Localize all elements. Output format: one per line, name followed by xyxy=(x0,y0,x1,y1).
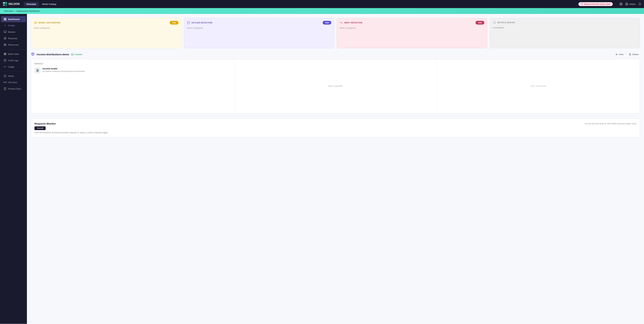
svg-rect-3 xyxy=(5,4,7,6)
svg-rect-12 xyxy=(5,18,6,19)
pipeline-col-default: Default 🏦 income-model gs://seldon-model… xyxy=(31,59,234,113)
svg-rect-15 xyxy=(4,31,6,32)
usage-icon xyxy=(4,65,6,68)
sidebar-label-product-docs: Product Docs xyxy=(8,87,21,90)
outlier-detection-none: None configured xyxy=(187,27,203,29)
sidebar-item-resources[interactable]: Resources xyxy=(1,42,26,48)
model-emoji-icon: 🏦 xyxy=(36,68,39,72)
sidebar-item-product-docs[interactable]: Product Docs xyxy=(1,86,26,92)
sidebar-item-api-docs[interactable]: HTTP API Docs xyxy=(1,79,26,85)
bell-icon[interactable] xyxy=(638,2,641,5)
sidebar-label-requests: Requests xyxy=(8,37,17,40)
breadcrumb-overview[interactable]: Overview xyxy=(4,10,13,12)
sidebar-divider-1 xyxy=(2,49,25,49)
sidebar-item-requests[interactable]: Requests xyxy=(1,35,26,41)
sidebar: Dashboard + Predict Monitor Requests Res… xyxy=(0,14,27,324)
sidebar-label-resources: Resources xyxy=(8,43,18,46)
batch-icon xyxy=(4,53,6,55)
sidebar-label-monitor: Monitor xyxy=(8,31,15,33)
sidebar-item-usage[interactable]: Usage xyxy=(1,64,26,70)
tab-model-catalog[interactable]: Model Catalog xyxy=(40,2,59,6)
sidebar-item-batch-jobs[interactable]: Batch Jobs xyxy=(1,51,26,57)
api-icon: HTTP xyxy=(4,81,6,84)
main-content: MODEL EXPLANATION Add None configured OU… xyxy=(27,14,644,324)
model-path: gs://seldon-models/scv2/examples/income/… xyxy=(42,70,85,72)
deployment-actions: View Delete xyxy=(614,52,640,56)
card-title-drift-detection: DRIFT DETECTION xyxy=(344,22,362,24)
pipeline-col-shadow: ADD SHADOW xyxy=(437,59,640,113)
svg-point-30 xyxy=(33,53,34,54)
model-card: 🏦 income-model gs://seldon-models/scv2/e… xyxy=(34,67,230,73)
card-model-explanation: MODEL EXPLANATION Add None configured xyxy=(31,18,181,48)
model-name: income-model xyxy=(42,67,85,70)
svg-rect-13 xyxy=(4,19,5,20)
view-button[interactable]: View xyxy=(614,52,625,56)
pipeline-col-canary: ADD CANARY xyxy=(234,59,437,113)
about-icon: i xyxy=(4,75,6,77)
add-model-explanation-button[interactable]: Add xyxy=(170,21,178,24)
sidebar-label-dashboard: Dashboard xyxy=(8,18,20,20)
docs-icon xyxy=(4,87,6,90)
top-nav-tabs: Overview Model Catalog xyxy=(24,2,59,6)
sidebar-item-audit-logs[interactable]: Audit Logs xyxy=(1,57,26,63)
warning-icon: ! xyxy=(581,3,583,5)
add-outlier-detection-button[interactable]: Add xyxy=(323,21,331,24)
top-nav-right: seldon xyxy=(620,2,641,5)
check-circle-icon xyxy=(71,53,74,56)
license-badge[interactable]: ! Beyond license expiry date xyxy=(578,2,612,6)
svg-point-10 xyxy=(626,3,627,4)
card-title-metrics-server: METRICS SERVER xyxy=(498,21,515,23)
pipeline-icon xyxy=(31,52,35,56)
delete-button[interactable]: Delete xyxy=(628,52,640,56)
monitor-header: Requests Monitor Tue Nov 08 2022 08:40:4… xyxy=(34,122,636,125)
audit-icon xyxy=(4,59,6,62)
add-canary-button[interactable]: ADD CANARY xyxy=(238,63,434,110)
pipeline-grid: Default 🏦 income-model gs://seldon-model… xyxy=(31,59,640,113)
svg-rect-21 xyxy=(4,54,6,55)
requests-icon xyxy=(4,37,6,40)
user-name: seldon xyxy=(629,3,636,5)
drift-icon xyxy=(340,21,343,24)
metrics-server-unavailable: Unavailable xyxy=(493,26,504,29)
sidebar-item-about[interactable]: i About xyxy=(1,73,26,79)
model-icon: 🏦 xyxy=(34,67,40,73)
overall-button[interactable]: Overall xyxy=(34,126,46,130)
sidebar-label-audit-logs: Audit Logs xyxy=(8,59,18,62)
star-icon xyxy=(34,21,37,24)
top-nav: SELDON Overview Model Catalog ! Beyond l… xyxy=(0,0,644,8)
sidebar-label-predict: Predict xyxy=(8,24,15,27)
breadcrumb-separator: / xyxy=(14,10,15,12)
svg-text:!: ! xyxy=(582,3,582,5)
user-info: seldon xyxy=(625,2,636,5)
globe-icon xyxy=(620,2,622,5)
seldon-logo-icon xyxy=(3,2,8,6)
sidebar-label-api-docs: API Docs xyxy=(8,81,17,84)
svg-point-31 xyxy=(32,54,33,55)
card-title-model-explanation: MODEL EXPLANATION xyxy=(38,22,60,24)
monitor-title: Requests Monitor xyxy=(34,122,56,125)
sidebar-item-dashboard[interactable]: Dashboard xyxy=(1,16,26,22)
tab-overview[interactable]: Overview xyxy=(24,2,39,6)
drift-detection-none: None configured xyxy=(340,27,356,29)
svg-rect-20 xyxy=(4,54,6,54)
svg-point-18 xyxy=(4,44,6,46)
svg-rect-19 xyxy=(4,53,6,53)
trash-icon xyxy=(629,53,631,56)
sidebar-label-about: About xyxy=(8,75,14,77)
grid-icon xyxy=(4,18,6,20)
cards-row: MODEL EXPLANATION Add None configured OU… xyxy=(31,18,640,48)
sidebar-item-predict[interactable]: + Predict xyxy=(1,22,26,28)
eye-icon xyxy=(616,53,618,56)
sidebar-item-monitor[interactable]: Monitor xyxy=(1,29,26,35)
svg-text:i: i xyxy=(5,75,5,77)
user-avatar-icon xyxy=(625,2,628,5)
svg-rect-2 xyxy=(3,4,5,6)
add-drift-detection-button[interactable]: Add xyxy=(476,21,484,24)
resources-icon xyxy=(4,43,6,46)
svg-point-34 xyxy=(616,54,617,55)
svg-rect-1 xyxy=(5,2,7,4)
sidebar-label-batch-jobs: Batch Jobs xyxy=(8,53,19,55)
breadcrumb-deployment-dashboard: Deployment Dashboard xyxy=(16,10,40,12)
card-title-outlier-detection: OUTLIER DETECTION xyxy=(192,22,212,24)
add-shadow-button[interactable]: ADD SHADOW xyxy=(440,63,636,110)
